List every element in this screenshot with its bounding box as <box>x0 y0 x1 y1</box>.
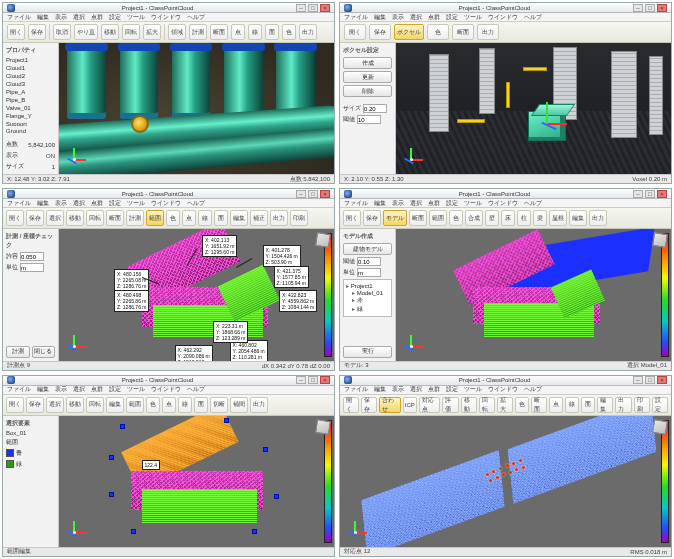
maximize-button[interactable]: □ <box>308 190 318 198</box>
bbox-handle[interactable] <box>120 424 125 429</box>
close-button[interactable]: × <box>320 4 330 12</box>
ribbon-button[interactable]: 屋根 <box>549 210 567 226</box>
ribbon-button[interactable]: 対応点 <box>419 397 440 413</box>
ribbon-button[interactable]: 出力 <box>477 24 499 40</box>
ribbon-button[interactable]: モデル <box>383 210 407 226</box>
menu-item[interactable]: ヘルプ <box>524 385 542 394</box>
ribbon-button[interactable]: 選択 <box>46 210 64 226</box>
menu-item[interactable]: ファイル <box>344 13 368 22</box>
ribbon-button[interactable]: 保存 <box>28 24 46 40</box>
menu-item[interactable]: 選択 <box>410 13 422 22</box>
ribbon-button[interactable]: 計測 <box>126 210 144 226</box>
bbox-handle[interactable] <box>252 529 257 534</box>
menu-item[interactable]: ウインドウ <box>151 385 181 394</box>
menu-item[interactable]: 編集 <box>374 13 386 22</box>
threshold-input[interactable] <box>357 257 381 266</box>
ribbon-button[interactable]: 断面 <box>409 210 427 226</box>
tree-item[interactable]: 赤 <box>346 296 389 305</box>
ribbon-button[interactable]: 拡大 <box>497 397 513 413</box>
ribbon-button[interactable]: 合成 <box>465 210 483 226</box>
menu-item[interactable]: 表示 <box>392 13 404 22</box>
ribbon-button[interactable]: 移動 <box>461 397 477 413</box>
maximize-button[interactable]: □ <box>645 4 655 12</box>
menu-item[interactable]: 設定 <box>109 13 121 22</box>
color-swatch-green[interactable] <box>6 460 14 468</box>
viewport-3d[interactable] <box>396 229 671 360</box>
unit-input[interactable] <box>357 268 381 277</box>
ribbon-button[interactable]: 範囲 <box>429 210 447 226</box>
viewport-3d[interactable] <box>396 43 671 174</box>
measure-button[interactable]: 計測 <box>6 346 30 358</box>
menu-item[interactable]: ウインドウ <box>151 13 181 22</box>
list-item[interactable]: 範囲 <box>6 438 55 447</box>
menu-item[interactable]: ファイル <box>344 385 368 394</box>
menu-item[interactable]: 表示 <box>55 385 67 394</box>
menu-item[interactable]: ツール <box>127 13 145 22</box>
menu-item[interactable]: ツール <box>464 385 482 394</box>
bbox-handle[interactable] <box>224 418 229 423</box>
tree-item[interactable]: Valve_01 <box>6 105 55 111</box>
tree-item[interactable]: Project1 <box>6 57 55 63</box>
maximize-button[interactable]: □ <box>645 376 655 384</box>
menu-item[interactable]: 編集 <box>37 13 49 22</box>
menu-item[interactable]: ウインドウ <box>488 385 518 394</box>
ribbon-button[interactable]: 移動 <box>101 24 119 40</box>
create-button[interactable]: 作成 <box>343 57 392 69</box>
menu-item[interactable]: 点群 <box>428 13 440 22</box>
ribbon-button[interactable]: 梁 <box>533 210 547 226</box>
minimize-button[interactable]: – <box>296 376 306 384</box>
ribbon-button[interactable]: 点 <box>162 397 176 413</box>
nav-cube-icon[interactable] <box>652 419 668 435</box>
ribbon-button[interactable]: 取消 <box>53 24 71 40</box>
ribbon-button[interactable]: 移動 <box>66 210 84 226</box>
menu-item[interactable]: 設定 <box>109 199 121 208</box>
tree-item[interactable]: Pipe_B <box>6 97 55 103</box>
color-swatch-blue[interactable] <box>6 449 14 457</box>
menu-item[interactable]: ウインドウ <box>151 199 181 208</box>
ribbon-button[interactable]: 点 <box>549 397 563 413</box>
ribbon-button[interactable]: 補正 <box>250 210 268 226</box>
menu-item[interactable]: 表示 <box>55 199 67 208</box>
ribbon-button[interactable]: 断面 <box>452 24 474 40</box>
menu-item[interactable]: 点群 <box>91 385 103 394</box>
ribbon-button[interactable]: 出力 <box>270 210 288 226</box>
menu-item[interactable]: 編集 <box>37 385 49 394</box>
threshold-input[interactable] <box>357 115 381 124</box>
menu-item[interactable]: 表示 <box>392 199 404 208</box>
maximize-button[interactable]: □ <box>645 190 655 198</box>
ribbon-button[interactable]: 開く <box>344 24 366 40</box>
ribbon-button[interactable]: ICP <box>403 397 418 413</box>
ribbon-button[interactable]: 開く <box>343 210 361 226</box>
ribbon-button[interactable]: 印刷 <box>290 210 308 226</box>
ribbon-button[interactable]: 切断 <box>210 397 228 413</box>
ribbon-button[interactable]: 拡大 <box>143 24 161 40</box>
menu-item[interactable]: ヘルプ <box>187 13 205 22</box>
ribbon-button[interactable]: 断面 <box>210 24 228 40</box>
ribbon-button[interactable]: 範囲 <box>146 210 164 226</box>
ribbon-button[interactable]: 出力 <box>250 397 268 413</box>
ribbon-button[interactable]: 断面 <box>106 210 124 226</box>
ribbon-button[interactable]: 線 <box>248 24 262 40</box>
menu-item[interactable]: ヘルプ <box>187 199 205 208</box>
menu-item[interactable]: ツール <box>127 199 145 208</box>
ribbon-button[interactable]: 範囲 <box>126 397 144 413</box>
menu-item[interactable]: ヘルプ <box>187 385 205 394</box>
menu-item[interactable]: ウインドウ <box>488 199 518 208</box>
tree-item[interactable]: Cloud3 <box>6 81 55 87</box>
menu-item[interactable]: 表示 <box>392 385 404 394</box>
ribbon-button[interactable]: 選択 <box>46 397 64 413</box>
menu-item[interactable]: ファイル <box>7 385 31 394</box>
viewport-3d[interactable] <box>59 43 334 174</box>
tree-item[interactable]: Ground <box>6 128 55 134</box>
delete-button[interactable]: 削除 <box>343 85 392 97</box>
menu-item[interactable]: 編集 <box>37 199 49 208</box>
ribbon-button[interactable]: 色 <box>449 210 463 226</box>
close-button[interactable]: × <box>657 190 667 198</box>
ribbon-button[interactable]: 出力 <box>299 24 317 40</box>
menu-item[interactable]: 選択 <box>73 385 85 394</box>
menu-item[interactable]: ツール <box>127 385 145 394</box>
ribbon-button[interactable]: 回転 <box>86 397 104 413</box>
ribbon-button[interactable]: 面 <box>265 24 279 40</box>
ribbon-button[interactable]: 出力 <box>615 397 631 413</box>
ribbon-button[interactable]: 編集 <box>106 397 124 413</box>
